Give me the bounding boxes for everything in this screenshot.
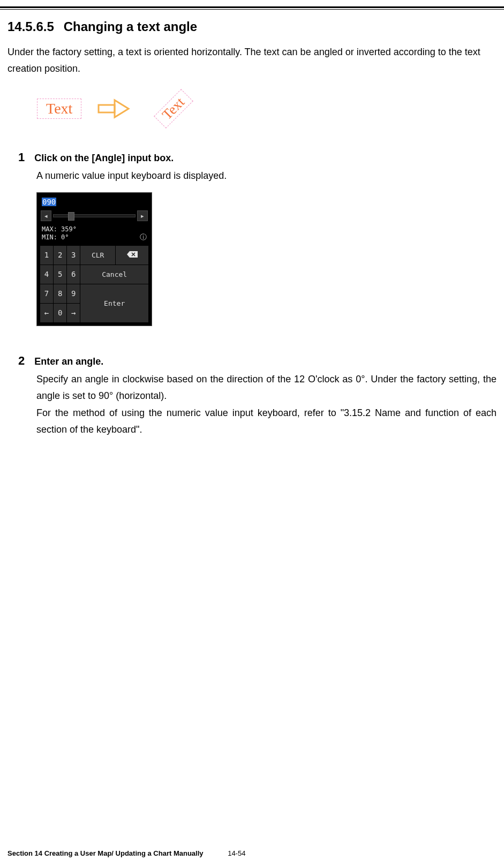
step-1-number: 1 — [18, 150, 25, 164]
angle-input-value: 090 — [42, 198, 56, 206]
key-5[interactable]: 5 — [54, 265, 67, 284]
slider-row: ◂ ▸ — [40, 207, 149, 224]
step-1-body: A numeric value input keyboard is displa… — [36, 168, 497, 185]
step-2: 2 Enter an angle. Specify an angle in cl… — [7, 354, 497, 439]
text-angle-illustration: Text Text — [7, 82, 497, 135]
horizontal-text-example: Text — [37, 99, 81, 119]
step-2-body-2: For the method of using the numeric valu… — [36, 405, 497, 439]
header-rule-thick — [0, 6, 504, 8]
keypad-grid: 1 2 3 CLR 4 5 6 Can — [40, 245, 149, 323]
step-1: 1 Click on the [Angle] input box. A nume… — [7, 150, 497, 326]
key-backspace[interactable] — [116, 245, 149, 265]
step-2-number: 2 — [18, 354, 25, 368]
key-3[interactable]: 3 — [67, 245, 80, 265]
slider-limits: MAX: 359° MIN: 0° ⓘ — [40, 224, 149, 245]
step-2-body-1: Specify an angle in clockwise based on t… — [36, 371, 497, 405]
svg-rect-0 — [99, 105, 115, 112]
info-icon[interactable]: ⓘ — [140, 232, 147, 242]
angle-input-field[interactable]: 090 — [40, 195, 149, 207]
max-label: MAX: 359° — [42, 225, 77, 234]
key-clr[interactable]: CLR — [80, 245, 116, 265]
footer-section-title: Section 14 Creating a User Map/ Updating… — [7, 849, 204, 857]
arrow-icon — [97, 98, 131, 119]
key-1[interactable]: 1 — [40, 245, 54, 265]
section-title: Changing a text angle — [64, 19, 197, 34]
key-enter[interactable]: Enter — [80, 284, 149, 322]
intro-paragraph: Under the factory setting, a text is ori… — [7, 44, 497, 77]
angle-slider[interactable] — [53, 214, 136, 217]
section-number: 14.5.6.5 — [7, 19, 54, 34]
min-label: MIN: 0° — [42, 233, 77, 242]
slider-increment-button[interactable]: ▸ — [137, 210, 148, 221]
key-left[interactable]: ← — [40, 303, 54, 322]
key-6[interactable]: 6 — [67, 265, 80, 284]
svg-marker-1 — [115, 100, 129, 117]
key-right[interactable]: → — [67, 303, 80, 322]
step-2-title: Enter an angle. — [34, 356, 103, 367]
key-4[interactable]: 4 — [40, 265, 54, 284]
step-1-title: Click on the [Angle] input box. — [34, 153, 174, 164]
slider-decrement-button[interactable]: ◂ — [41, 210, 51, 221]
key-8[interactable]: 8 — [54, 284, 67, 303]
section-heading: 14.5.6.5Changing a text angle — [7, 19, 497, 34]
key-0[interactable]: 0 — [54, 303, 67, 322]
key-7[interactable]: 7 — [40, 284, 54, 303]
page-footer: Section 14 Creating a User Map/ Updating… — [7, 849, 245, 857]
slider-thumb[interactable] — [68, 212, 74, 221]
numeric-keypad: 090 ◂ ▸ MAX: 359° MIN: 0° ⓘ 1 2 — [36, 192, 152, 326]
page-content: 14.5.6.5Changing a text angle Under the … — [0, 10, 504, 439]
footer-page-number: 14-54 — [228, 849, 245, 857]
key-9[interactable]: 9 — [67, 284, 80, 303]
key-2[interactable]: 2 — [54, 245, 67, 265]
rotated-text-example: Text — [154, 89, 193, 128]
key-cancel[interactable]: Cancel — [80, 265, 149, 284]
backspace-icon — [126, 251, 138, 258]
